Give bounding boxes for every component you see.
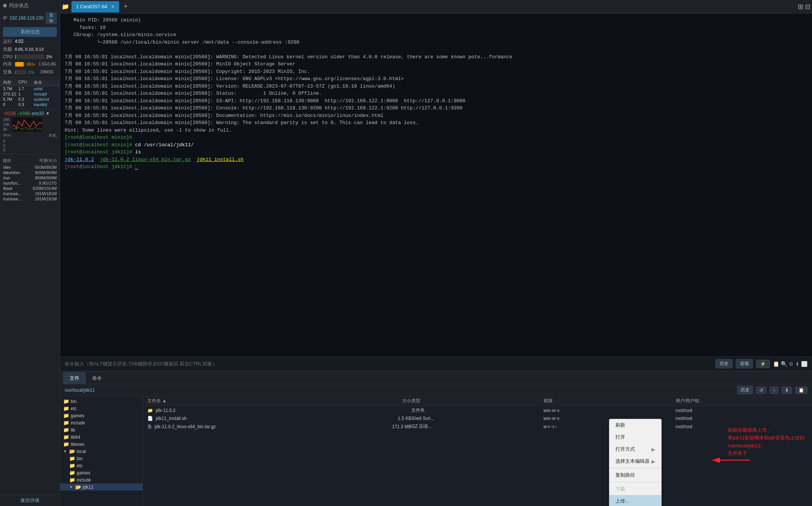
tab-add-button[interactable]: + — [121, 3, 130, 11]
term-line-14: Hint: Some lines were ellipsized, use -l… — [65, 127, 807, 134]
expand-local-icon: ▼ — [63, 449, 67, 453]
file-panel: 文件 命令 /usr/local/jdk11 历史 ↺ ↑ ⬇ 📋 📁 bin … — [60, 371, 812, 506]
term-line-8: 7月 08 16:55:01 localhost.localdomain min… — [65, 83, 807, 90]
divider3 — [0, 154, 60, 154]
layout-icon[interactable]: ⊟ — [805, 3, 810, 11]
folder-icon[interactable]: 📁 — [62, 3, 69, 10]
disk-avail-2: 899M/909M — [35, 176, 57, 180]
tree-label-libexec: libexec — [71, 442, 85, 447]
net-graph — [12, 117, 42, 132]
download-icon[interactable]: ⬇ — [795, 361, 800, 367]
search-icon[interactable]: 🔍 — [781, 361, 787, 367]
tab-centos[interactable]: 1 CentOS7-64 ✕ — [71, 1, 119, 12]
clear-icon[interactable]: ⬜ — [801, 361, 807, 367]
folder-icon-local-games: 📁 — [69, 470, 75, 476]
tree-panel: 📁 bin 📁 etc 📁 games 📁 include 📁 l — [60, 396, 143, 506]
folder-icon-libexec: 📁 — [63, 441, 69, 447]
activate-button[interactable]: 激活/升级 — [0, 495, 60, 506]
folder-icon-local: 📂 — [69, 448, 75, 454]
tree-local-include[interactable]: 📁 include — [60, 476, 142, 483]
gear-icon[interactable]: ⚙ — [789, 361, 794, 367]
shell-icon: 📄 — [147, 416, 153, 421]
proc-cpu-2: 0.3 — [18, 97, 34, 102]
tree-local[interactable]: ▼ 📂 local — [60, 448, 142, 455]
mem-bar-fill — [15, 62, 24, 67]
ctx-open[interactable]: 打开 — [609, 431, 661, 443]
disk-row-1[interactable]: /dev/shm 909M/909M — [0, 170, 60, 175]
refresh-toolbar-button[interactable]: ↺ — [756, 386, 767, 394]
download-toolbar-button[interactable]: ⬇ — [782, 386, 792, 394]
tab-command[interactable]: 命令 — [86, 372, 108, 384]
disk-row-6[interactable]: /run/use... 181M/181M — [0, 196, 60, 201]
latency-1: 0 — [3, 143, 57, 148]
tree-bin[interactable]: 📁 bin — [60, 398, 142, 405]
tree-libexec[interactable]: 📁 libexec — [60, 441, 142, 448]
swap-bar — [15, 70, 27, 74]
proc-row-0[interactable]: 3.7M 1.7 sshd — [0, 86, 60, 91]
col-header-name[interactable]: 文件名 ▲ — [147, 398, 345, 404]
clipboard-toolbar-button[interactable]: 📋 — [795, 386, 807, 394]
file-row-1[interactable]: 📄 jdk11_install.sh 1.5 KB Shell Scri... … — [143, 415, 812, 422]
tree-include[interactable]: 📁 include — [60, 419, 142, 426]
terminal-area[interactable]: Main PID: 20560 (minio) Tasks: 10 CGroup… — [60, 14, 812, 356]
local-label: 本机 — [48, 133, 57, 138]
copy-icon[interactable]: 📋 — [773, 361, 779, 367]
disk-row-0[interactable]: /dev 893M/893M — [0, 165, 60, 170]
terminal-input[interactable] — [65, 361, 712, 367]
tree-lib64[interactable]: 📁 lib64 — [60, 433, 142, 441]
tree-label-lib64: lib64 — [71, 435, 80, 440]
sysinfo-button[interactable]: 系统信息 — [3, 27, 57, 37]
tree-lib[interactable]: 📁 lib — [60, 426, 142, 433]
tab-close-button[interactable]: ✕ — [111, 4, 115, 9]
col-header-size[interactable]: 大小 — [345, 398, 412, 404]
file-type-2: GZ 压缩... — [411, 423, 543, 430]
tree-local-etc[interactable]: 📁 etc — [60, 462, 142, 469]
ctx-text-editor[interactable]: 选择文本编辑器 ▶ — [609, 455, 661, 467]
ip-row: IP 192.168.118.130 复制 — [0, 11, 60, 26]
col-header-owner[interactable]: 用户/用户组 — [676, 398, 807, 404]
tree-local-jdk11[interactable]: ▼ 📂 jdk11 — [60, 483, 142, 491]
options-button[interactable]: 选项 — [736, 359, 753, 368]
disk-row-5[interactable]: /run/use... 181M/181M — [0, 191, 60, 196]
tree-local-bin[interactable]: 📁 bin — [60, 455, 142, 462]
up-toolbar-button[interactable]: ↑ — [770, 386, 779, 394]
terminal-icon-group: 📋 🔍 ⚙ ⬇ ⬜ — [773, 361, 807, 367]
folder-icon-lib: 📁 — [63, 427, 69, 433]
tree-etc[interactable]: 📁 etc — [60, 405, 142, 412]
term-line-2: CGroup: /system.slice/minio.service — [65, 31, 807, 39]
annotation-line-2: 将jdk11安装脚本和jdk安装包上传到 — [728, 435, 804, 441]
disk-row-3[interactable]: /sys/fs/c... 9.9G/17G — [0, 180, 60, 186]
file-row-2[interactable]: 🗜 jdk-11.0.2_linux-x64_bin.tar.gz 171.3 … — [143, 422, 812, 431]
disk-path-5: /run/use... — [3, 191, 35, 196]
grid-icon[interactable]: ⊞ — [798, 3, 803, 11]
term-line-10: 7月 08 16:55:01 localhost.localdomain min… — [65, 97, 807, 105]
ctx-copy-path[interactable]: 复制路径 — [609, 469, 661, 481]
tree-label-lib: lib — [71, 427, 75, 433]
col-header-perm[interactable]: 权限 — [544, 398, 676, 404]
history-button[interactable]: 历史 — [715, 359, 733, 368]
col-header-type[interactable]: 类型 — [411, 398, 543, 404]
proc-header: 内存 CPU 命令 — [0, 79, 60, 86]
folder-icon-local-etc: 📁 — [69, 463, 75, 468]
proc-row-3[interactable]: 0 0.3 kauditd — [0, 102, 60, 107]
disk-row-4[interactable]: /boot 829M/1014M — [0, 186, 60, 191]
proc-row-1[interactable]: 373.1▒ 1 mysqld — [0, 91, 60, 97]
ctx-refresh[interactable]: 刷新 — [609, 419, 661, 431]
ctx-upload[interactable]: 上传... — [609, 495, 661, 506]
disk-path-1: /dev/shm — [3, 170, 35, 175]
proc-row-2[interactable]: 5.7M 0.3 systemd — [0, 97, 60, 102]
copy-ip-button[interactable]: 复制 — [45, 12, 57, 24]
file-size-1: 1.5 KB — [345, 416, 412, 421]
tree-games[interactable]: 📁 games — [60, 412, 142, 419]
lightning-button[interactable]: ⚡ — [756, 360, 770, 368]
disk-row-2[interactable]: /run 899M/909M — [0, 175, 60, 180]
file-row-0[interactable]: 📁 jdk-11.0.2 文件夹 wxr-xr-x root/root — [143, 406, 812, 415]
net-down: ↓438B — [17, 111, 30, 116]
proc-header-cpu: CPU — [18, 80, 34, 85]
tab-file[interactable]: 文件 — [63, 372, 86, 384]
history-toolbar-button[interactable]: 历史 — [737, 386, 753, 394]
mem-bar — [15, 62, 25, 67]
tree-label-local: local — [77, 449, 86, 454]
ctx-open-with[interactable]: 打开方式 ▶ — [609, 443, 661, 455]
tree-local-games[interactable]: 📁 games — [60, 469, 142, 476]
